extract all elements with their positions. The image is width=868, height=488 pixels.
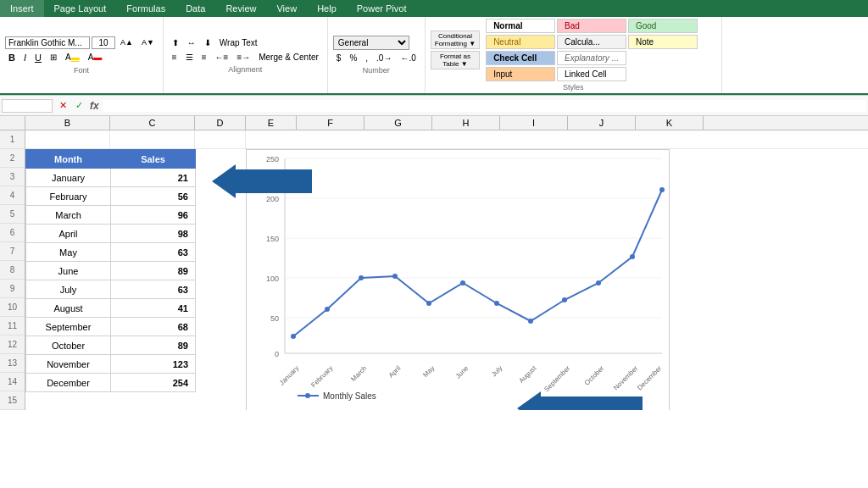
cell-month-jun[interactable]: June — [26, 262, 111, 280]
row-num-13[interactable]: 13 — [0, 354, 25, 373]
cell-month-aug[interactable]: August — [26, 299, 111, 318]
row-num-10[interactable]: 10 — [0, 298, 25, 317]
tab-page-layout[interactable]: Page Layout — [44, 0, 117, 17]
decrease-font-btn[interactable]: A▼ — [138, 36, 158, 48]
merge-center-btn[interactable]: Merge & Center — [255, 51, 322, 64]
wrap-text-btn[interactable]: Wrap Text — [216, 36, 261, 49]
cell-month-may[interactable]: May — [26, 243, 111, 262]
indent-inc-btn[interactable]: ≡→ — [233, 51, 253, 64]
borders-btn[interactable]: ⊞ — [47, 51, 60, 64]
row-num-12[interactable]: 12 — [0, 336, 25, 354]
align-middle-btn[interactable]: ↔ — [184, 36, 199, 49]
tab-power-pivot[interactable]: Power Pivot — [347, 0, 417, 17]
fill-color-btn[interactable]: A▬ — [62, 51, 83, 64]
row-num-3[interactable]: 3 — [0, 168, 25, 186]
style-check[interactable]: Check Cell — [486, 51, 555, 65]
cell-sales-dec[interactable]: 254 — [111, 374, 196, 392]
style-note[interactable]: Note — [628, 35, 698, 49]
indent-dec-btn[interactable]: ←≡ — [212, 51, 232, 64]
style-good[interactable]: Good — [628, 19, 698, 33]
tab-data[interactable]: Data — [175, 0, 215, 17]
cell-sales-oct[interactable]: 89 — [111, 336, 196, 355]
format-as-table-btn[interactable]: Format as Table ▼ — [431, 51, 480, 69]
cell-sales-feb[interactable]: 56 — [111, 187, 196, 206]
row-num-15[interactable]: 15 — [0, 391, 25, 410]
row-num-6[interactable]: 6 — [0, 224, 25, 242]
tab-formulas[interactable]: Formulas — [116, 0, 175, 17]
style-input[interactable]: Input — [486, 67, 555, 81]
cell-sales-may[interactable]: 63 — [111, 243, 196, 262]
align-center-btn[interactable]: ☰ — [182, 51, 197, 64]
font-color-btn[interactable]: A▬ — [85, 51, 106, 64]
cell-sales-nov[interactable]: 123 — [111, 355, 196, 374]
col-header-j[interactable]: J — [568, 116, 636, 130]
font-size-input[interactable] — [92, 36, 115, 49]
dec-decimal-btn[interactable]: ←.0 — [397, 52, 419, 64]
cell-month-feb[interactable]: February — [26, 187, 111, 206]
align-top-btn[interactable]: ⬆ — [169, 36, 182, 49]
row-num-11[interactable]: 11 — [0, 317, 25, 336]
formula-input[interactable] — [103, 100, 866, 112]
row-num-1[interactable]: 1 — [0, 130, 25, 149]
col-sales-header[interactable]: Sales — [111, 150, 196, 169]
col-header-f[interactable]: F — [297, 116, 364, 130]
cell-month-mar[interactable]: March — [26, 206, 111, 225]
number-format-select[interactable]: General — [333, 36, 409, 50]
cell-month-oct[interactable]: October — [26, 336, 111, 355]
style-calc[interactable]: Calcula... — [557, 35, 626, 49]
col-header-g[interactable]: G — [364, 116, 432, 130]
cell-sales-apr[interactable]: 98 — [111, 225, 196, 243]
font-name-input[interactable] — [5, 36, 90, 49]
tab-help[interactable]: Help — [307, 0, 347, 17]
percent-btn[interactable]: % — [346, 52, 360, 64]
col-header-c[interactable]: C — [110, 116, 195, 130]
col-header-b[interactable]: B — [25, 116, 110, 130]
cell-month-jan[interactable]: January — [26, 169, 111, 187]
col-month-header[interactable]: Month — [26, 150, 111, 169]
row-num-4[interactable]: 4 — [0, 186, 25, 205]
currency-btn[interactable]: $ — [333, 52, 345, 64]
cell-month-nov[interactable]: November — [26, 355, 111, 374]
conditional-formatting-btn[interactable]: Conditional Formatting ▼ — [431, 30, 480, 49]
style-normal[interactable]: Normal — [486, 19, 555, 33]
comma-btn[interactable]: , — [362, 52, 371, 64]
style-linked[interactable]: Linked Cell — [557, 67, 626, 81]
row-num-5[interactable]: 5 — [0, 205, 25, 224]
enter-formula-btn[interactable]: ✓ — [72, 98, 86, 113]
col-header-i[interactable]: I — [500, 116, 568, 130]
cell-sales-jul[interactable]: 63 — [111, 280, 196, 299]
row-num-14[interactable]: 14 — [0, 373, 25, 391]
tab-view[interactable]: View — [266, 0, 307, 17]
cell-sales-mar[interactable]: 96 — [111, 206, 196, 225]
tab-insert[interactable]: Insert — [0, 0, 44, 17]
col-header-h[interactable]: H — [432, 116, 500, 130]
bold-btn[interactable]: B — [5, 51, 19, 64]
name-box[interactable] — [2, 99, 53, 113]
style-neutral[interactable]: Neutral — [486, 35, 555, 49]
increase-font-btn[interactable]: A▲ — [117, 36, 136, 48]
cell-sales-sep[interactable]: 68 — [111, 318, 196, 336]
cell-sales-jun[interactable]: 89 — [111, 262, 196, 280]
italic-btn[interactable]: I — [20, 51, 30, 64]
row-num-7[interactable]: 7 — [0, 242, 25, 261]
cell-month-dec[interactable]: December — [26, 374, 111, 392]
cell-month-sep[interactable]: September — [26, 318, 111, 336]
style-bad[interactable]: Bad — [557, 19, 626, 33]
cell-month-jul[interactable]: July — [26, 280, 111, 299]
align-bottom-btn[interactable]: ⬇ — [201, 36, 214, 49]
cell-sales-jan[interactable]: 21 — [111, 169, 196, 187]
inc-decimal-btn[interactable]: .0→ — [373, 52, 395, 64]
cell-sales-aug[interactable]: 41 — [111, 299, 196, 318]
col-header-k[interactable]: K — [636, 116, 704, 130]
cell-month-apr[interactable]: April — [26, 225, 111, 243]
align-right-btn[interactable]: ≡ — [198, 51, 210, 64]
cancel-formula-btn[interactable]: ✕ — [56, 98, 70, 113]
col-header-e[interactable]: E — [246, 116, 297, 130]
row-num-2[interactable]: 2 — [0, 149, 25, 168]
row-num-9[interactable]: 9 — [0, 280, 25, 298]
row-num-8[interactable]: 8 — [0, 261, 25, 280]
align-left-btn[interactable]: ≡ — [169, 51, 181, 64]
style-explanatory[interactable]: Explanatory ... — [557, 51, 626, 65]
tab-review[interactable]: Review — [215, 0, 266, 17]
col-header-d[interactable]: D — [195, 116, 246, 130]
